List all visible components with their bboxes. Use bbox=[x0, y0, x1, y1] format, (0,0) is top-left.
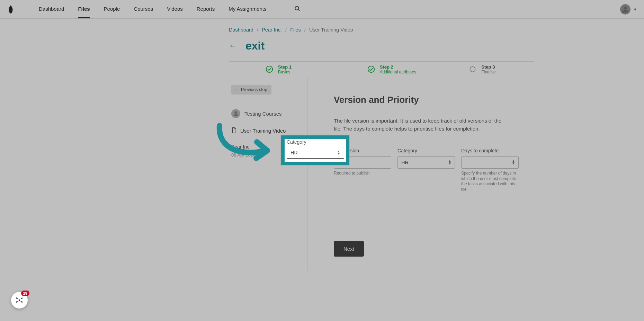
section-divider bbox=[334, 213, 519, 213]
circle-icon bbox=[469, 65, 476, 73]
step-sub: Basics bbox=[278, 70, 292, 74]
tutorial-arrow-icon bbox=[212, 123, 281, 168]
step-title: Step 1 bbox=[278, 64, 292, 70]
form-description: The file version is important. It is use… bbox=[334, 117, 507, 133]
notification-badge: 29 bbox=[21, 291, 29, 296]
select-arrows-icon: ▲▼ bbox=[337, 150, 340, 155]
category-select-hl[interactable]: HR ▲▼ bbox=[287, 147, 344, 159]
field-category: Category ▲▼ bbox=[397, 148, 455, 192]
form-area: Version and Priority The file version is… bbox=[307, 77, 519, 271]
days-label: Days to complete bbox=[461, 148, 519, 153]
back-arrow-icon[interactable]: ← bbox=[229, 42, 236, 51]
svg-point-3 bbox=[266, 66, 272, 72]
category-label: Category bbox=[397, 148, 455, 153]
version-hint: Required to publish bbox=[334, 171, 391, 176]
author-name: Testing Courses bbox=[244, 111, 282, 117]
exit-title[interactable]: exit bbox=[245, 39, 265, 52]
crumb-sep: / bbox=[257, 27, 258, 33]
exit-row: ← exit bbox=[229, 39, 534, 61]
search-icon[interactable] bbox=[294, 6, 301, 13]
next-button[interactable]: Next bbox=[334, 241, 364, 257]
days-input[interactable] bbox=[461, 156, 519, 169]
nav-videos[interactable]: Videos bbox=[167, 0, 183, 18]
wizard-steps: Step 1 Basics Step 2 Additional attribut… bbox=[229, 61, 534, 77]
field-days: Days to complete ▲▼ Specify the number o… bbox=[461, 148, 519, 192]
avatar-icon bbox=[620, 4, 630, 15]
app-logo-icon bbox=[7, 5, 15, 14]
step-title: Step 3 bbox=[481, 64, 495, 70]
svg-point-5 bbox=[470, 67, 475, 72]
svg-point-0 bbox=[295, 6, 299, 10]
crumb-dashboard[interactable]: Dashboard bbox=[229, 27, 253, 33]
nav-people[interactable]: People bbox=[104, 0, 120, 18]
crumb-sep: / bbox=[285, 27, 287, 33]
svg-point-4 bbox=[368, 66, 374, 72]
check-circle-icon bbox=[266, 65, 273, 73]
chevron-down-icon: ▼ bbox=[633, 7, 637, 11]
form-title: Version and Priority bbox=[334, 95, 519, 105]
category-select[interactable] bbox=[397, 156, 455, 169]
step-sub: Additional attributes bbox=[380, 70, 416, 74]
crumb-files[interactable]: Files bbox=[290, 27, 301, 33]
breadcrumb: Dashboard / Pear Inc. / Files / User Tra… bbox=[229, 27, 534, 33]
sidebar: ← Previous step Testing Courses User Tra… bbox=[229, 77, 307, 271]
main-columns: ← Previous step Testing Courses User Tra… bbox=[229, 77, 534, 271]
crumb-org[interactable]: Pear Inc. bbox=[262, 27, 282, 33]
widget-logo-icon bbox=[15, 296, 24, 305]
step-sub: Finalise bbox=[481, 70, 495, 74]
svg-point-6 bbox=[234, 111, 237, 114]
nav-files[interactable]: Files bbox=[78, 0, 90, 18]
nav-dashboard[interactable]: Dashboard bbox=[39, 0, 64, 18]
crumb-current: User Training Video bbox=[309, 27, 353, 33]
previous-step-button[interactable]: ← Previous step bbox=[231, 85, 271, 95]
category-label-hl: Category bbox=[287, 139, 344, 145]
days-hint: Specify the number of days in which the … bbox=[461, 171, 519, 192]
fields-row: File Version Required to publish Categor… bbox=[334, 148, 519, 192]
step-2[interactable]: Step 2 Additional attributes bbox=[331, 62, 432, 77]
svg-point-2 bbox=[624, 6, 627, 9]
step-title: Step 2 bbox=[380, 64, 416, 70]
check-circle-icon bbox=[367, 65, 375, 73]
crumb-sep: / bbox=[304, 27, 306, 33]
help-widget[interactable]: 29 bbox=[11, 292, 28, 309]
nav-courses[interactable]: Courses bbox=[134, 0, 153, 18]
svg-line-1 bbox=[298, 9, 299, 11]
author-row: Testing Courses bbox=[231, 109, 307, 118]
avatar-icon bbox=[231, 109, 240, 118]
category-field-highlighted: Category HR ▲▼ bbox=[287, 139, 344, 159]
nav-reports[interactable]: Reports bbox=[197, 0, 215, 18]
user-menu[interactable]: ▼ bbox=[620, 4, 637, 15]
top-bar: Dashboard Files People Courses Videos Re… bbox=[0, 0, 644, 19]
step-1[interactable]: Step 1 Basics bbox=[229, 62, 331, 77]
main-nav: Dashboard Files People Courses Videos Re… bbox=[39, 0, 301, 18]
step-3[interactable]: Step 3 Finalise bbox=[432, 62, 534, 77]
nav-my-assignments[interactable]: My Assignments bbox=[229, 0, 266, 18]
